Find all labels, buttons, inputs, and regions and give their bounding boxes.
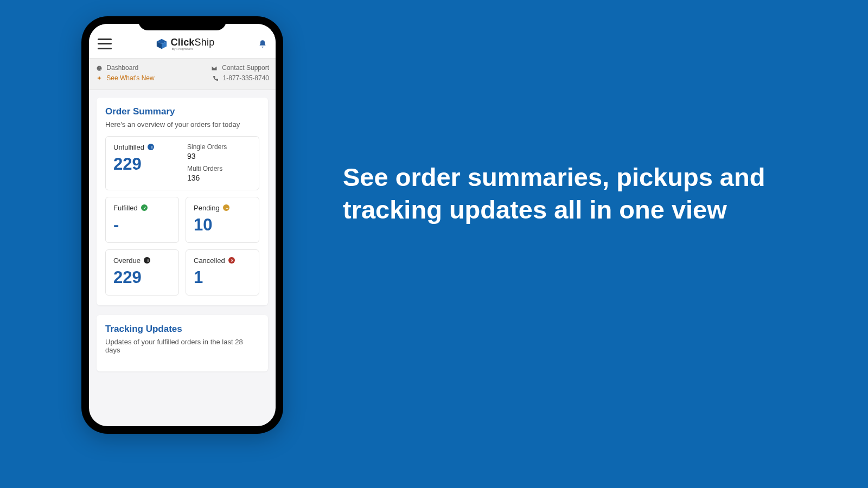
fulfilled-label: Fulfilled bbox=[113, 204, 138, 212]
phone-icon bbox=[212, 74, 219, 84]
whats-new-link[interactable]: See What's New bbox=[95, 73, 155, 84]
pending-value: 10 bbox=[194, 215, 251, 235]
fulfilled-value: - bbox=[113, 215, 171, 235]
brand-secondary: Ship bbox=[195, 37, 215, 48]
marketing-headline: See order summaries, pickups and trackin… bbox=[343, 161, 766, 226]
overdue-label: Overdue bbox=[113, 256, 141, 265]
multi-orders-value: 136 bbox=[187, 174, 251, 182]
info-icon bbox=[148, 144, 154, 150]
tracking-title: Tracking Updates bbox=[105, 324, 259, 335]
sparkle-icon bbox=[95, 74, 103, 84]
phone-number: 1-877-335-8740 bbox=[223, 74, 269, 82]
breadcrumb-dashboard[interactable]: Dashboard bbox=[95, 63, 138, 73]
brand-primary: Click bbox=[171, 37, 195, 48]
phone-frame: ClickShip By Freightcom Dashboard Contac… bbox=[81, 16, 283, 434]
pending-label: Pending bbox=[194, 204, 220, 212]
hamburger-menu-icon[interactable] bbox=[98, 38, 112, 49]
single-orders-stat: Single Orders 93 bbox=[187, 143, 251, 160]
box-icon bbox=[156, 38, 168, 50]
order-summary-title: Order Summary bbox=[105, 106, 259, 117]
check-icon bbox=[141, 204, 148, 211]
unfulfilled-card[interactable]: Unfulfilled 229 Single Orders 93 Mu bbox=[105, 136, 259, 190]
overdue-value: 229 bbox=[113, 268, 171, 287]
pending-card[interactable]: Pending 10 bbox=[186, 197, 259, 243]
contact-label: Contact Support bbox=[222, 64, 269, 72]
tracking-updates-panel: Tracking Updates Updates of your fulfill… bbox=[97, 315, 268, 371]
support-phone[interactable]: 1-877-335-8740 bbox=[212, 73, 269, 84]
bell-icon[interactable] bbox=[258, 39, 267, 49]
app-screen: ClickShip By Freightcom Dashboard Contac… bbox=[89, 24, 276, 426]
multi-orders-stat: Multi Orders 136 bbox=[187, 165, 251, 182]
unfulfilled-value: 229 bbox=[113, 155, 177, 174]
order-summary-panel: Order Summary Here's an overview of your… bbox=[97, 98, 268, 305]
contact-support-link[interactable]: Contact Support bbox=[211, 63, 269, 73]
main-content: Order Summary Here's an overview of your… bbox=[89, 90, 276, 389]
cancelled-card[interactable]: Cancelled 1 bbox=[186, 249, 259, 296]
close-icon bbox=[228, 257, 235, 264]
app-logo[interactable]: ClickShip By Freightcom bbox=[156, 37, 215, 50]
dashboard-label: Dashboard bbox=[106, 64, 138, 72]
mail-icon bbox=[211, 63, 218, 73]
tracking-subtitle: Updates of your fulfilled orders in the … bbox=[105, 338, 259, 354]
single-orders-value: 93 bbox=[187, 152, 251, 160]
sub-bar: Dashboard Contact Support See What's New… bbox=[89, 59, 276, 90]
cancelled-value: 1 bbox=[194, 268, 251, 287]
whats-new-label: See What's New bbox=[106, 74, 154, 82]
multi-orders-label: Multi Orders bbox=[187, 165, 251, 172]
cancelled-label: Cancelled bbox=[194, 256, 225, 265]
single-orders-label: Single Orders bbox=[187, 143, 251, 151]
unfulfilled-label: Unfulfilled bbox=[113, 143, 144, 151]
order-summary-subtitle: Here's an overview of your orders for to… bbox=[105, 120, 259, 129]
minus-icon bbox=[223, 204, 229, 211]
overdue-card[interactable]: Overdue 229 bbox=[105, 249, 179, 296]
gauge-icon bbox=[95, 63, 103, 73]
info-dark-icon bbox=[144, 257, 150, 264]
phone-notch bbox=[138, 16, 226, 30]
fulfilled-card[interactable]: Fulfilled - bbox=[105, 197, 179, 243]
